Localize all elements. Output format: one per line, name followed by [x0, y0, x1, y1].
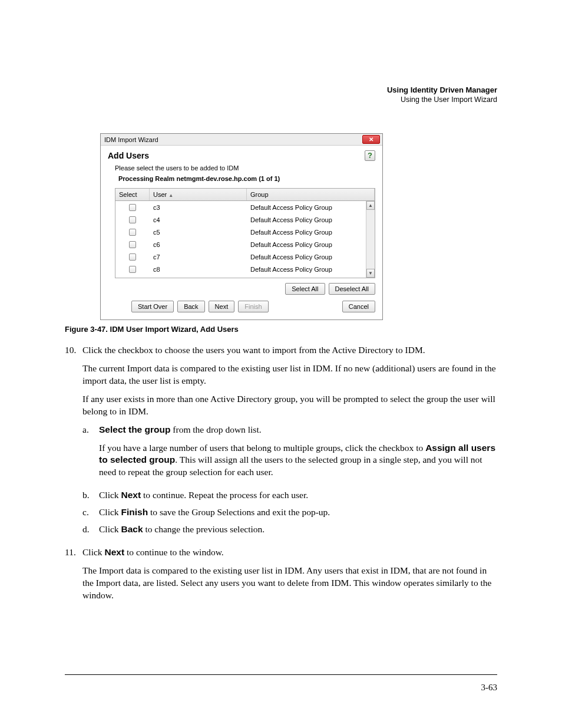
cell-group: Default Access Policy Group: [247, 241, 375, 248]
help-icon[interactable]: ?: [365, 150, 375, 161]
row-checkbox[interactable]: [129, 204, 136, 211]
page-header: Using Identity Driven Manager Using the …: [65, 85, 497, 104]
cancel-button[interactable]: Cancel: [342, 301, 375, 312]
idm-import-wizard-dialog: IDM Import Wizard ✕ Add Users ? Please s…: [100, 133, 383, 320]
substep-letter: d.: [82, 523, 99, 536]
finish-button[interactable]: Finish: [238, 301, 268, 312]
header-title: Using Identity Driven Manager: [65, 85, 497, 94]
col-user[interactable]: User ▲: [150, 189, 247, 200]
figure-caption: Figure 3-47. IDM User Import Wizard, Add…: [65, 325, 497, 334]
row-checkbox[interactable]: [129, 241, 136, 248]
footer-rule: [65, 674, 497, 675]
substep-letter: c.: [82, 506, 99, 519]
cell-user: c6: [150, 241, 247, 248]
step-number: 11.: [65, 546, 82, 608]
cell-group: Default Access Policy Group: [247, 253, 375, 261]
body-text: 10. Click the checkbox to choose the use…: [65, 344, 497, 608]
dialog-heading: Add Users: [108, 151, 149, 160]
cell-group: Default Access Policy Group: [247, 266, 375, 273]
realm-line: Processing Realm netmgmt-dev.rose.hp.com…: [118, 175, 375, 182]
substep-letter: b.: [82, 489, 99, 502]
deselect-all-button[interactable]: Deselect All: [329, 283, 375, 295]
row-checkbox[interactable]: [129, 216, 136, 223]
dialog-title: IDM Import Wizard: [104, 136, 158, 143]
table-row: c3 Default Access Policy Group: [115, 201, 375, 213]
table-body: c3 Default Access Policy Group c4 Defaul…: [115, 201, 375, 278]
row-checkbox[interactable]: [129, 266, 136, 273]
page-number: 3-63: [481, 683, 498, 693]
step-number: 10.: [65, 344, 82, 541]
col-select[interactable]: Select: [115, 189, 150, 200]
start-over-button[interactable]: Start Over: [131, 301, 174, 312]
table-scrollbar[interactable]: ▲ ▼: [366, 201, 375, 278]
close-icon[interactable]: ✕: [362, 135, 380, 144]
table-row: c6 Default Access Policy Group: [115, 238, 375, 251]
cell-user: c5: [150, 229, 247, 236]
table-row: [115, 275, 375, 278]
row-checkbox[interactable]: [129, 229, 136, 236]
next-button[interactable]: Next: [209, 301, 235, 312]
col-group[interactable]: Group: [247, 189, 375, 200]
sort-asc-icon: ▲: [168, 193, 173, 198]
table-row: c7 Default Access Policy Group: [115, 251, 375, 263]
select-all-button[interactable]: Select All: [285, 283, 325, 295]
cell-user: c3: [150, 204, 247, 211]
cell-group: Default Access Policy Group: [247, 216, 375, 223]
cell-group: Default Access Policy Group: [247, 229, 375, 236]
substep-letter: a.: [82, 424, 99, 485]
scroll-down-icon[interactable]: ▼: [366, 269, 375, 278]
cell-group: Default Access Policy Group: [247, 204, 375, 211]
back-button[interactable]: Back: [177, 301, 204, 312]
row-checkbox[interactable]: [129, 253, 136, 261]
table-row: c8 Default Access Policy Group: [115, 263, 375, 275]
table-row: c4 Default Access Policy Group: [115, 213, 375, 226]
table-row: c5 Default Access Policy Group: [115, 226, 375, 238]
dialog-instruction: Please select the users to be added to I…: [115, 164, 375, 172]
dialog-titlebar: IDM Import Wizard ✕: [101, 134, 382, 145]
users-table: Select User ▲ Group c3 Default Access Po…: [115, 188, 375, 278]
cell-user: c4: [150, 216, 247, 223]
header-subtitle: Using the User Import Wizard: [65, 95, 497, 104]
cell-user: c7: [150, 253, 247, 261]
scroll-up-icon[interactable]: ▲: [366, 201, 375, 210]
cell-user: c8: [150, 266, 247, 273]
